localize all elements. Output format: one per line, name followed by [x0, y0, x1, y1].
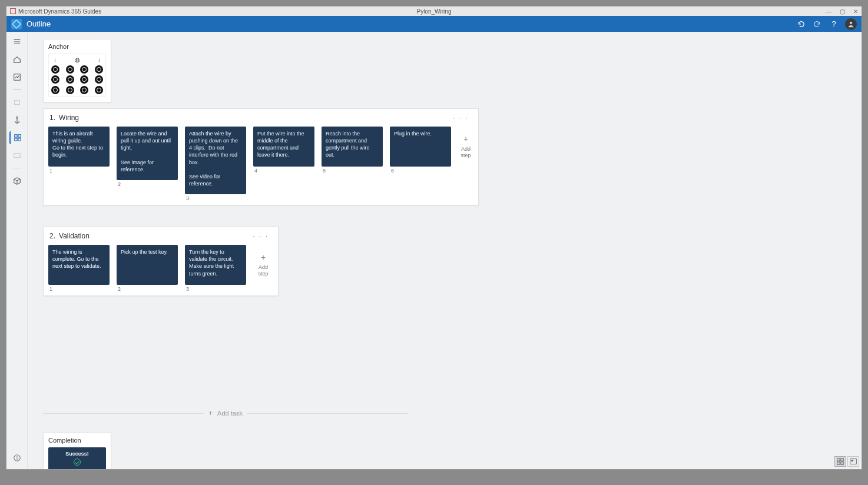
checkmark-icon: [74, 459, 81, 466]
task-panel-validation: 2. Validation · · · The wiring is comple…: [43, 227, 279, 296]
outline-canvas: Anchor ↓ ◍ ↓ 1. Wiring · · ·: [28, 32, 862, 469]
person-icon: [847, 20, 855, 28]
svg-rect-7: [18, 138, 20, 141]
step-card[interactable]: Locate the wire and pull it up and out u…: [117, 127, 178, 180]
step-number: 1: [48, 168, 110, 174]
svg-rect-15: [841, 462, 843, 464]
view-mode-switch: [834, 456, 859, 467]
step-card[interactable]: Pick up the test key.: [117, 245, 178, 285]
add-step-button[interactable]: + Add step: [458, 127, 473, 167]
rail-divider: [13, 89, 21, 90]
step-card[interactable]: Plug in the wire.: [390, 127, 451, 167]
task-name[interactable]: Validation: [59, 232, 90, 240]
task-name[interactable]: Wiring: [59, 114, 79, 122]
step-card[interactable]: Attach the wire by pushing down on the 4…: [185, 127, 246, 194]
step-number: 1: [48, 286, 110, 292]
step-text: The wiring is complete. Go to the next s…: [52, 248, 105, 270]
document-name: Pylon_Wiring: [417, 8, 452, 15]
step-card[interactable]: Reach into the compartment and gently pu…: [322, 127, 383, 167]
chart-icon: [13, 73, 21, 81]
add-step-label: Add step: [253, 264, 273, 277]
redo-button[interactable]: [812, 19, 823, 29]
redo-icon: [813, 20, 821, 28]
app-header: Outline ?: [6, 16, 862, 32]
step-card[interactable]: Turn the key to validate the circuit. Ma…: [185, 245, 246, 285]
anchor-card[interactable]: Anchor ↓ ◍ ↓: [43, 39, 111, 102]
anchor-thumbnail: ↓ ◍ ↓: [48, 54, 106, 97]
user-avatar[interactable]: [845, 18, 857, 30]
maximize-button[interactable]: ▢: [840, 8, 845, 15]
nav-menu-button[interactable]: [10, 35, 24, 48]
nav-anchor[interactable]: [10, 114, 24, 127]
svg-rect-12: [837, 459, 840, 461]
completion-body: Success! Congratulations! Make sure to p…: [48, 447, 106, 469]
undo-button[interactable]: [796, 19, 806, 29]
add-task-button[interactable]: + Add task: [43, 409, 408, 417]
step-number: 2: [117, 286, 178, 292]
svg-point-0: [850, 21, 852, 24]
completion-label: Completion: [48, 437, 106, 444]
svg-rect-13: [841, 459, 843, 461]
step-text: Reach into the compartment and gently pu…: [326, 130, 379, 159]
anchor-arrow-icon: ↓: [98, 57, 101, 63]
step-text: This is an aircraft wiring guide. Go to …: [52, 130, 105, 159]
app-name: Microsoft Dynamics 365 Guides: [18, 8, 101, 15]
nav-home[interactable]: [10, 53, 24, 66]
hamburger-icon: [13, 38, 21, 46]
card-view-button[interactable]: [847, 456, 859, 467]
nav-analyze[interactable]: [10, 71, 24, 84]
step-number: 4: [253, 168, 314, 174]
step-number: 3: [185, 286, 246, 292]
page-title: Outline: [26, 19, 51, 28]
svg-rect-4: [14, 135, 16, 137]
minimize-button[interactable]: —: [826, 8, 831, 15]
step-text: Locate the wire and pull it up and out u…: [121, 130, 174, 173]
anchor-label: Anchor: [48, 43, 106, 50]
divider-line: [247, 413, 408, 414]
add-task-label: Add task: [217, 410, 243, 417]
step-number: 2: [117, 181, 178, 187]
help-button[interactable]: ?: [829, 19, 839, 29]
home-icon: [13, 55, 21, 64]
task-panel-wiring: 1. Wiring · · · This is an aircraft wiri…: [43, 108, 479, 205]
undo-icon: [797, 20, 805, 28]
grid-icon: [14, 134, 22, 142]
rect-icon: [13, 98, 21, 107]
app-window: Microsoft Dynamics 365 Guides Pylon_Wiri…: [6, 6, 862, 470]
nav-step[interactable]: [10, 149, 24, 162]
step-text: Plug in the wire.: [394, 130, 447, 137]
svg-rect-6: [14, 138, 16, 141]
step-card[interactable]: This is an aircraft wiring guide. Go to …: [48, 127, 110, 167]
step-text: Pick up the test key.: [121, 248, 174, 255]
plus-icon: +: [463, 134, 468, 144]
step-text: Turn the key to validate the circuit. Ma…: [189, 248, 242, 277]
nav-info[interactable]: [10, 451, 24, 464]
nav-author[interactable]: [10, 96, 24, 109]
grid-view-button[interactable]: [834, 456, 846, 467]
step-card[interactable]: The wiring is complete. Go to the next s…: [48, 245, 110, 285]
step-number: 6: [390, 168, 451, 174]
svg-point-10: [16, 456, 17, 457]
svg-rect-5: [18, 135, 20, 137]
completion-card[interactable]: Completion Success! Congratulations! Mak…: [43, 433, 111, 469]
task-more-button[interactable]: · · ·: [450, 114, 471, 122]
step-card[interactable]: Put the wire into the middle of the comp…: [253, 127, 314, 167]
close-button[interactable]: ✕: [853, 8, 858, 15]
grid-icon: [836, 457, 844, 466]
card-icon: [849, 457, 857, 466]
nav-outline[interactable]: [9, 131, 24, 144]
svg-rect-11: [16, 457, 17, 460]
svg-point-3: [16, 117, 18, 118]
add-step-button[interactable]: + Add step: [253, 245, 273, 285]
task-number: 1.: [49, 114, 55, 122]
app-icon: [10, 8, 16, 14]
step-number: 5: [322, 168, 383, 174]
svg-rect-14: [837, 462, 840, 464]
divider-line: [43, 413, 204, 414]
task-more-button[interactable]: · · ·: [250, 232, 271, 240]
plus-icon: +: [261, 253, 266, 262]
nav-toolbox[interactable]: [10, 174, 24, 187]
task-number: 2.: [49, 232, 55, 240]
rail-divider: [13, 168, 21, 168]
anchor-icon: [13, 116, 21, 124]
